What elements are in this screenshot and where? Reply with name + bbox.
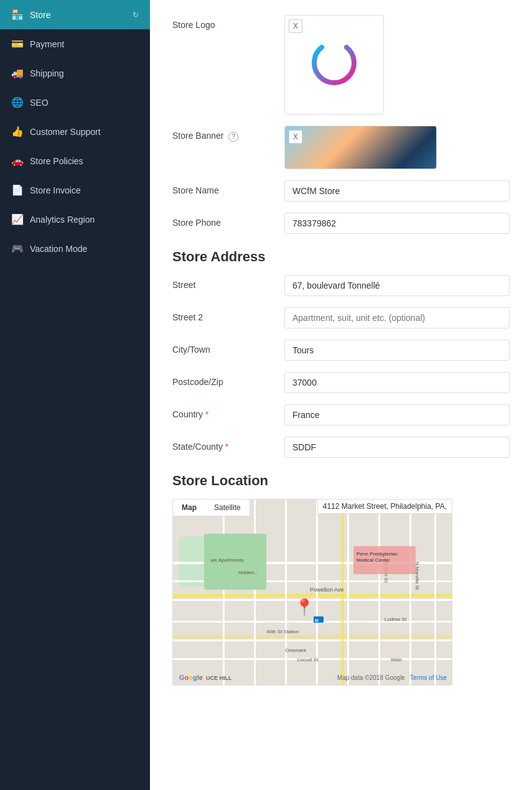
store-banner-row: Store Banner ? X	[172, 126, 510, 169]
street-row: Street	[172, 275, 510, 296]
store-icon: 🏪	[11, 9, 24, 21]
store-logo-label: Store Logo	[172, 15, 272, 30]
store-name-input[interactable]	[284, 180, 510, 202]
svg-text:M: M	[315, 618, 319, 623]
state-input[interactable]	[284, 437, 510, 458]
svg-text:Ludlow St: Ludlow St	[385, 616, 407, 622]
store-phone-row: Store Phone	[172, 213, 510, 234]
sidebar-item-label: Payment	[30, 39, 139, 49]
country-row: Country * France United States United Ki…	[172, 404, 510, 425]
store-phone-control	[284, 213, 510, 234]
remove-banner-button[interactable]: X	[289, 130, 302, 144]
store-location-title: Store Location	[172, 473, 510, 489]
map-tab-map[interactable]: Map	[173, 500, 205, 516]
store-name-label: Store Name	[172, 180, 272, 195]
store-phone-input[interactable]	[284, 213, 510, 234]
store-banner-label: Store Banner ?	[172, 126, 272, 142]
sidebar-item-store-invoice[interactable]: 📄 Store Invoice	[0, 175, 150, 205]
state-control	[284, 437, 510, 458]
banner-image	[285, 126, 436, 169]
street2-label: Street 2	[172, 307, 272, 322]
svg-text:Medical Center: Medical Center	[357, 557, 390, 563]
store-invoice-icon: 📄	[11, 184, 24, 196]
svg-text:Holden...: Holden...	[238, 570, 258, 575]
street-control	[284, 275, 510, 296]
terms-of-use-link[interactable]: Terms of Use	[410, 674, 447, 681]
map-tabs: Map Satellite	[173, 500, 250, 516]
svg-text:Powelton Ave: Powelton Ave	[310, 587, 343, 593]
sidebar-item-seo[interactable]: 🌐 SEO	[0, 88, 150, 117]
sidebar-item-store[interactable]: 🏪 Store ↻	[0, 0, 150, 29]
seo-icon: 🌐	[11, 96, 24, 108]
sidebar-item-label: Store Invoice	[30, 185, 139, 195]
street2-control	[284, 307, 510, 328]
sidebar-item-store-policies[interactable]: 🚗 Store Policies	[0, 146, 150, 175]
customer-support-icon: 👍	[11, 126, 24, 137]
store-logo-row: Store Logo X	[172, 15, 510, 114]
svg-rect-10	[223, 500, 225, 685]
svg-text:Waln: Waln	[391, 657, 402, 662]
google-logo: Google UCE HILL	[179, 674, 232, 681]
svg-rect-14	[347, 500, 349, 685]
city-input[interactable]	[284, 340, 510, 361]
sidebar-item-vacation-mode[interactable]: 🎮 Vacation Mode	[0, 234, 150, 263]
svg-text:Penn Presbyterian: Penn Presbyterian	[357, 551, 398, 557]
street-input[interactable]	[284, 275, 510, 296]
banner-help-icon[interactable]: ?	[228, 132, 238, 142]
map-container[interactable]: Powelton Ave N 38th St N Marville St 40t…	[172, 499, 452, 685]
svg-rect-12	[285, 500, 287, 685]
postcode-input[interactable]	[284, 372, 510, 393]
store-name-control	[284, 180, 510, 202]
store-address-title: Store Address	[172, 249, 510, 265]
sidebar-item-customer-support[interactable]: 👍 Customer Support	[0, 117, 150, 146]
map-tab-satellite[interactable]: Satellite	[205, 500, 250, 516]
state-row: State/County *	[172, 437, 510, 458]
city-control	[284, 340, 510, 361]
map-data-credit: Map data ©2018 Google Terms of Use	[337, 674, 447, 681]
store-policies-icon: 🚗	[11, 155, 24, 167]
sidebar-item-analytics-region[interactable]: 📈 Analytics Region	[0, 205, 150, 234]
required-marker: *	[203, 409, 208, 419]
remove-logo-button[interactable]: X	[289, 19, 302, 33]
sidebar: 🏪 Store ↻ 💳 Payment 🚚 Shipping 🌐 SEO 👍 C…	[0, 0, 150, 790]
state-label: State/County *	[172, 437, 272, 452]
map-address-bar: 4112 Market Street, Philadelphia, PA,	[317, 500, 452, 514]
sidebar-item-label: Customer Support	[30, 127, 139, 137]
svg-text:Locust St: Locust St	[297, 657, 319, 662]
country-label: Country *	[172, 404, 272, 419]
svg-text:Cinemark: Cinemark	[285, 648, 307, 653]
sidebar-item-label: Store Policies	[30, 156, 139, 166]
city-row: City/Town	[172, 340, 510, 361]
postcode-label: Postcode/Zip	[172, 372, 272, 387]
svg-text:📍: 📍	[294, 597, 315, 617]
power-logo-icon	[303, 34, 365, 96]
store-logo-box[interactable]: X	[284, 15, 384, 114]
map-hill-label: UCE HILL	[206, 675, 232, 681]
svg-text:ark Apartments: ark Apartments	[210, 557, 244, 563]
sidebar-item-label: Analytics Region	[30, 215, 139, 225]
store-banner-box[interactable]: X	[284, 126, 437, 169]
svg-rect-16	[409, 500, 411, 685]
sidebar-item-label: Vacation Mode	[30, 244, 139, 254]
store-name-row: Store Name	[172, 180, 510, 202]
street-label: Street	[172, 275, 272, 290]
svg-rect-11	[254, 500, 256, 685]
street2-row: Street 2	[172, 307, 510, 328]
sidebar-item-shipping[interactable]: 🚚 Shipping	[0, 58, 150, 88]
sidebar-item-label: Store	[30, 10, 126, 20]
svg-rect-15	[378, 500, 380, 685]
street2-input[interactable]	[284, 307, 510, 328]
payment-icon: 💳	[11, 38, 24, 50]
postcode-row: Postcode/Zip	[172, 372, 510, 393]
sidebar-item-payment[interactable]: 💳 Payment	[0, 29, 150, 58]
svg-rect-17	[434, 500, 436, 685]
city-label: City/Town	[172, 340, 272, 355]
chevron-right-icon: ↻	[133, 11, 139, 19]
store-logo-control: X	[284, 15, 510, 114]
main-content: Store Logo X	[150, 0, 532, 790]
vacation-icon: 🎮	[11, 243, 24, 254]
country-control: France United States United Kingdom Germ…	[284, 404, 510, 425]
country-select[interactable]: France United States United Kingdom Germ…	[284, 404, 510, 425]
postcode-control	[284, 372, 510, 393]
sidebar-item-label: SEO	[30, 98, 139, 108]
